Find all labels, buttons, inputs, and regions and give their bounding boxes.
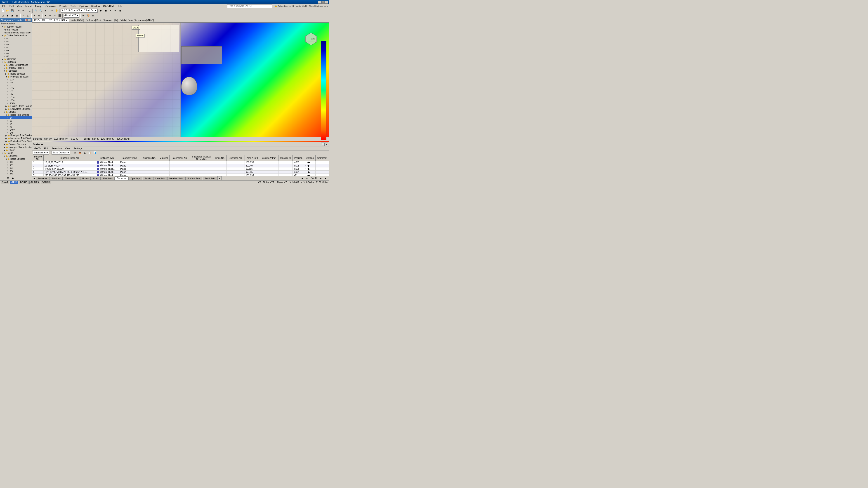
close-btn[interactable]: ✕	[325, 1, 328, 4]
tb-btn-1[interactable]: ▶	[99, 8, 103, 13]
menu-insert[interactable]: Insert	[24, 4, 33, 8]
nav-sigma2m[interactable]: ○ σ2,m	[0, 99, 32, 102]
view-btn-1[interactable]: ◻	[0, 13, 5, 18]
tab-prev-btn[interactable]: ◄	[32, 176, 36, 180]
nav-stresses[interactable]: ▼ ▶ Stresses	[0, 69, 32, 72]
view-btn-3[interactable]: ▣	[10, 13, 14, 18]
nav-phiz[interactable]: ○ φz	[0, 55, 32, 58]
table-row[interactable]: 51,2,14,271,270,65-28-31,66,69,262,265,2…	[32, 170, 329, 174]
nav-ux[interactable]: ○ ux	[0, 40, 32, 43]
copy-btn[interactable]: 📋	[88, 151, 92, 155]
menu-tools[interactable]: Tools	[69, 4, 78, 8]
table-row[interactable]: 44-9,26,8,37-58,270Without Thick...Plane…	[32, 167, 329, 170]
nav-phix[interactable]: ○ φx	[0, 49, 32, 52]
nav-basic-total-strains[interactable]: ▼ ▶ Basic Total Strains	[0, 113, 32, 116]
nav-gamxy+[interactable]: ○ γxy+	[0, 128, 32, 131]
nav-sigma1m[interactable]: ○ σ1,m	[0, 96, 32, 99]
nav-btn-2[interactable]: ⊞	[6, 176, 10, 180]
nav-btn-1[interactable]: ⋮	[1, 176, 5, 180]
line-btn[interactable]: ─	[48, 13, 53, 18]
maximize-btn[interactable]: □	[321, 1, 324, 4]
nav-internal-forces[interactable]: ▶ ▶ Internal Forces	[0, 66, 32, 69]
nav-equiv-stresses[interactable]: ▶ ▶ Equivalent Stresses	[0, 107, 32, 110]
undo-btn[interactable]: ↩	[16, 8, 21, 13]
node-btn[interactable]: •	[43, 13, 48, 18]
tab-next-btn[interactable]: ►	[217, 176, 221, 180]
table-row[interactable]: 116,17,28,65-47,18Without Thick...Plane1…	[32, 161, 329, 164]
menu-window[interactable]: Window	[90, 4, 101, 8]
load-case-dropdown[interactable]: S: CO2 LC1 + LC2 + LC3 + LC4 ▼	[61, 8, 97, 13]
results-table-container[interactable]: SurfaceNo. Boundary Lines No. Stiffness …	[32, 155, 329, 176]
nav-principal-total[interactable]: ▶ ▶ Principal Total Strains	[0, 134, 32, 137]
tb-btn-3[interactable]: ≡	[108, 8, 113, 13]
menu-calculate[interactable]: Calculate	[44, 4, 57, 8]
minimize-btn[interactable]: −	[318, 1, 321, 4]
menu-file[interactable]: File	[1, 4, 8, 8]
nav-ex-[interactable]: ○ εx-	[0, 122, 32, 125]
menu-help[interactable]: Help	[116, 4, 123, 8]
tab-sections[interactable]: Sections	[50, 177, 63, 180]
print-results-btn[interactable]: 🖨	[83, 151, 87, 155]
nav-surfaces[interactable]: ▼ ▶ Surfaces	[0, 61, 32, 64]
menu-edit[interactable]: Edit	[8, 4, 15, 8]
nav-gamxy-[interactable]: ○ γxy-	[0, 131, 32, 134]
view-btn-4[interactable]: ▤	[15, 13, 19, 18]
tab-materials[interactable]: Materials	[36, 177, 50, 180]
tab-members[interactable]: Members	[101, 177, 115, 180]
tab-solids[interactable]: Solids	[143, 177, 153, 180]
tab-surface-sets[interactable]: Surface Sets	[185, 177, 202, 180]
status-bgrid[interactable]: BGRID	[19, 181, 29, 184]
tab-surfaces[interactable]: Surfaces	[115, 176, 128, 180]
axis-dropdown[interactable]: Global XYZ ▼	[64, 13, 79, 18]
results-menu-goto[interactable]: Go To	[33, 147, 42, 150]
nav-phi-b[interactable]: ○ φb	[0, 93, 32, 96]
results-menu-selection[interactable]: Selection	[50, 147, 63, 150]
nav-global-def[interactable]: ▼ ▶ Global Deformations	[0, 34, 32, 37]
view-btn-2[interactable]: ◼	[5, 13, 10, 18]
solid-btn[interactable]: ⬛	[57, 13, 62, 18]
tab-thicknesses[interactable]: Thicknesses	[63, 177, 80, 180]
save-btn[interactable]: 💾	[10, 8, 14, 13]
first-page-btn[interactable]: |◄	[300, 176, 304, 180]
tab-solid-sets[interactable]: Solid Sets	[203, 177, 217, 180]
zoom-in-btn[interactable]: 🔍	[34, 8, 38, 13]
nav-sigma2-[interactable]: ○ σ2-	[0, 90, 32, 93]
menu-results[interactable]: Results	[58, 4, 69, 8]
menu-options[interactable]: Options	[78, 4, 89, 8]
nav-solid-sx[interactable]: ○ σx	[0, 160, 32, 163]
nav-max-total[interactable]: ▶ ▶ Maximum Total Strains	[0, 137, 32, 140]
nav-pin-btn[interactable]: 📌	[25, 19, 28, 22]
tab-line-sets[interactable]: Line Sets	[153, 177, 167, 180]
tb-btn-2[interactable]: ◼	[103, 8, 108, 13]
export-btn[interactable]: 📤	[78, 151, 82, 155]
display-btn-2[interactable]: 🎨	[86, 13, 90, 18]
menu-assign[interactable]: Assign	[33, 4, 43, 8]
zoom-all-btn[interactable]: ⊞	[43, 8, 48, 13]
basic-objects-dropdown[interactable]: Basic Objects ▼	[52, 151, 70, 155]
tab-nodes[interactable]: Nodes	[80, 177, 91, 180]
nav-solid-txy[interactable]: ○ τxy	[0, 169, 32, 172]
nav-solid-basic-stresses[interactable]: ▼ ▶ Basic Stresses	[0, 158, 32, 160]
last-page-btn[interactable]: ►|	[324, 176, 328, 180]
nav-sigma-z+[interactable]: ○ σz+	[0, 78, 32, 81]
nav-sigma1-[interactable]: ○ σ1-	[0, 84, 32, 87]
combo-dropdown[interactable]: CO2 - LC1 + LC2 + LC3 + LC4 ▼	[33, 18, 69, 22]
results-maximize-btn[interactable]: ⬜	[321, 142, 324, 146]
nav-sigma2+[interactable]: ○ σ2+	[0, 87, 32, 90]
results-close-btn[interactable]: ✕	[324, 142, 328, 146]
nav-shape[interactable]: ▶ ▶ Shape	[0, 149, 32, 152]
tb-btn-4[interactable]: ⊕	[113, 8, 118, 13]
nav-basic-stresses[interactable]: ▶ ▶ Basic Stresses	[0, 72, 32, 75]
table-row[interactable]: 319-26,36-45,27Without Thick...Plane50.0…	[32, 164, 329, 167]
results-menu-edit[interactable]: Edit	[43, 147, 50, 150]
table-row[interactable]: 7273,274,388,403-397,470-459,275Without …	[32, 174, 329, 176]
filter-btn[interactable]: ⊞	[72, 151, 77, 155]
status-grid[interactable]: GRID	[10, 181, 18, 184]
redo-btn[interactable]: ↪	[21, 8, 26, 13]
zoom-out-btn[interactable]: 🔍	[38, 8, 43, 13]
status-osnap[interactable]: OSNAP	[41, 181, 51, 184]
nav-principal-stresses[interactable]: ▼ ▶ Principal Stresses	[0, 75, 32, 78]
nav-final-results[interactable]: ● Final Results	[0, 28, 32, 31]
nav-differences[interactable]: ○ Differences to initial state	[0, 31, 32, 34]
nav-close-btn[interactable]: ✕	[28, 19, 31, 22]
